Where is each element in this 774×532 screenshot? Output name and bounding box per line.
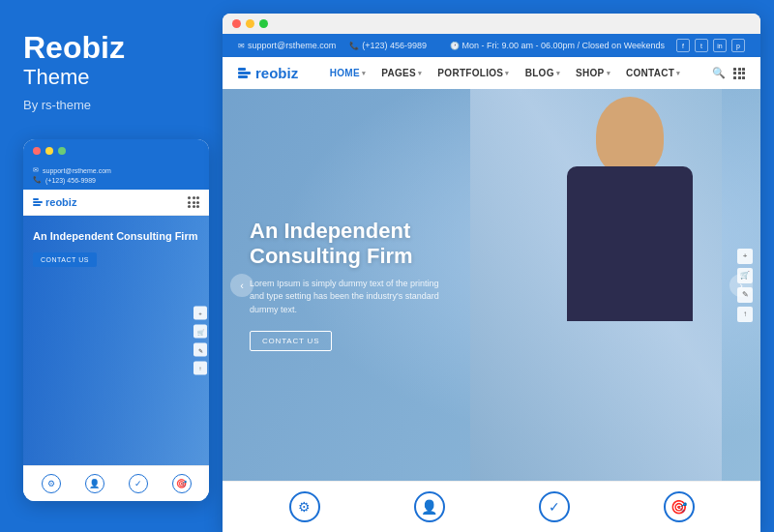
side-widget-2[interactable]: 🛒: [737, 268, 753, 283]
desktop-dot-red: [232, 19, 241, 28]
twitter-icon[interactable]: t: [695, 39, 708, 52]
phone-icon: 📞: [349, 42, 359, 50]
mobile-side-icon-4[interactable]: ↑: [194, 362, 207, 375]
desktop-nav-links: HOME ▾ PAGES ▾ PORTFOLIOS ▾ BLOG ▾ SHOP …: [330, 68, 681, 78]
chevron-down-icon: ▾: [676, 70, 680, 77]
hero-content: An Independent Consulting Firm Lorem Ips…: [223, 199, 474, 370]
chevron-down-icon: ▾: [362, 70, 366, 77]
grid-dot: [738, 76, 741, 79]
desktop-logo-bars: [238, 68, 251, 78]
nav-pages[interactable]: PAGES ▾: [381, 68, 422, 78]
nav-shop[interactable]: SHOP ▾: [576, 68, 610, 78]
side-widget-4[interactable]: ↑: [737, 307, 753, 322]
linkedin-icon[interactable]: in: [713, 39, 727, 52]
target-icon: 🎯: [172, 474, 192, 493]
hero-prev-arrow[interactable]: ‹: [230, 274, 253, 297]
desktop-topbar: ✉ support@rstheme.com 📞 (+123) 456-9989 …: [223, 34, 760, 57]
side-widget-3[interactable]: ✎: [737, 287, 753, 303]
nav-home[interactable]: HOME ▾: [330, 68, 367, 78]
bottom-icon-item-1: ⚙: [289, 491, 320, 522]
phone-icon: 📞: [33, 176, 42, 184]
left-panel: Reobiz Theme By rs-theme ✉ support@rsthe…: [0, 0, 223, 532]
grid-dot: [188, 205, 191, 208]
mobile-logo-bars: [33, 198, 43, 206]
chevron-down-icon: ▾: [418, 70, 422, 77]
brand-subtitle: Theme: [23, 65, 199, 90]
grid-dot: [188, 196, 191, 199]
email-icon: ✉: [238, 42, 245, 50]
grid-dot: [193, 205, 195, 208]
search-icon[interactable]: 🔍: [712, 67, 726, 79]
desktop-dot-yellow: [246, 19, 254, 28]
topbar-email-text: support@rstheme.com: [248, 41, 336, 50]
nav-contact[interactable]: CONTACT ▾: [626, 68, 681, 78]
desktop-hero: ‹ An Independent Consulting Firm Lorem I…: [223, 89, 760, 481]
grid-dot: [193, 196, 195, 199]
mobile-phone: (+123) 456-9989: [45, 177, 96, 184]
grid-dot: [188, 201, 191, 204]
mobile-bottom-icons: ⚙ 👤 ✓ 🎯: [23, 465, 209, 501]
desktop-logo-text: reobiz: [255, 65, 298, 81]
nav-blog[interactable]: BLOG ▾: [525, 68, 560, 78]
mobile-logo-text: reobiz: [45, 196, 76, 208]
person-silhouette: [499, 89, 712, 481]
grid-dot: [738, 72, 741, 74]
desktop-nav: reobiz HOME ▾ PAGES ▾ PORTFOLIOS ▾ BLOG …: [223, 57, 760, 89]
email-icon: ✉: [33, 166, 39, 174]
hero-title: An Independent Consulting Firm: [250, 219, 447, 270]
check-icon: ✓: [129, 474, 148, 493]
grid-menu-icon[interactable]: [733, 68, 745, 79]
desktop-logo-bar-2: [238, 72, 251, 74]
target-icon: 🎯: [664, 491, 695, 522]
facebook-icon[interactable]: f: [676, 39, 690, 52]
desktop-logo: reobiz: [238, 65, 298, 81]
hero-subtitle: Lorem Ipsum is simply dummy text of the …: [250, 278, 447, 317]
hero-side-widgets: + 🛒 ✎ ↑: [737, 249, 753, 322]
logo-bar-2: [33, 201, 43, 203]
person-head: [596, 97, 664, 174]
mobile-bottom-icon-3: ✓: [129, 474, 148, 493]
bottom-icon-item-2: 👤: [414, 491, 445, 522]
mobile-bottom-icon-1: ⚙: [42, 474, 61, 493]
grid-dot: [196, 205, 199, 208]
topbar-hours-text: Mon - Fri: 9.00 am - 06.00pm / Closed on…: [462, 41, 665, 50]
topbar-email: ✉ support@rstheme.com: [238, 41, 336, 50]
mobile-info-bar: ✉ support@rstheme.com 📞 (+123) 456-9989: [23, 163, 209, 190]
pinterest-icon[interactable]: p: [731, 39, 745, 52]
mobile-phone-row: 📞 (+123) 456-9989: [33, 176, 199, 184]
brand-by: By rs-theme: [23, 98, 199, 112]
grid-dot: [733, 72, 736, 74]
mobile-side-icon-1[interactable]: +: [194, 307, 207, 320]
mobile-mockup: ✉ support@rstheme.com 📞 (+123) 456-9989 …: [23, 139, 209, 501]
mobile-hero-title: An Independent Consulting Firm: [33, 229, 199, 243]
gear-icon: ⚙: [289, 491, 320, 522]
mobile-bottom-icon-2: 👤: [85, 474, 104, 493]
grid-dot: [193, 201, 195, 204]
grid-dot: [196, 196, 199, 199]
mobile-side-icons: + 🛒 ✎ ↑: [194, 307, 207, 375]
mobile-hero-content: An Independent Consulting Firm CONTACT U…: [33, 229, 199, 267]
person-icon: 👤: [414, 491, 445, 522]
mobile-contact-btn[interactable]: CONTACT US: [33, 252, 97, 267]
clock-icon: 🕐: [450, 42, 460, 50]
grid-dot: [742, 72, 745, 74]
nav-portfolios[interactable]: PORTFOLIOS ▾: [437, 68, 509, 78]
desktop-dot-green: [259, 19, 268, 28]
hero-contact-btn[interactable]: CONTACT US: [250, 331, 332, 351]
mobile-bottom-icon-4: 🎯: [172, 474, 192, 493]
hamburger-icon[interactable]: [188, 196, 199, 208]
desktop-icons-row: ⚙ 👤 ✓ 🎯: [223, 481, 760, 532]
desktop-title-bar: [223, 14, 760, 34]
chevron-down-icon: ▾: [556, 70, 560, 77]
check-icon: ✓: [539, 491, 570, 522]
desktop-logo-bar-1: [238, 68, 246, 71]
mobile-side-icon-2[interactable]: 🛒: [194, 325, 207, 339]
person-body: [567, 166, 693, 321]
desktop-logo-bar-3: [238, 75, 248, 78]
side-widget-1[interactable]: +: [737, 249, 753, 264]
gear-icon: ⚙: [42, 474, 61, 493]
grid-dot: [196, 201, 199, 204]
mobile-side-icon-3[interactable]: ✎: [194, 343, 207, 357]
topbar-right: 🕐 Mon - Fri: 9.00 am - 06.00pm / Closed …: [450, 39, 745, 52]
bottom-icon-item-4: 🎯: [664, 491, 695, 522]
